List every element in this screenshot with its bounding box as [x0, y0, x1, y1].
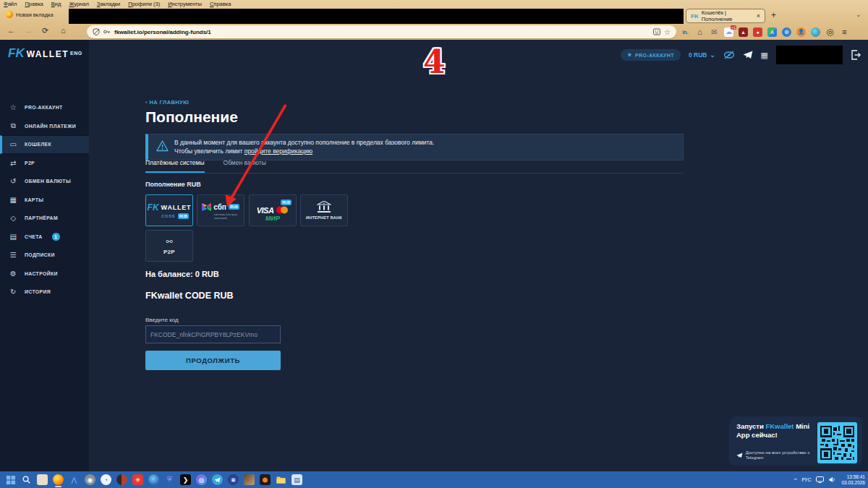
shield-permissions-icon[interactable] [93, 28, 100, 35]
code-input[interactable] [145, 325, 281, 343]
menu-tools[interactable]: Инструменты [168, 1, 202, 7]
balance-dropdown[interactable]: 0 RUB ⌄ [689, 51, 715, 59]
accounts-count-badge: 1 [52, 233, 60, 241]
terminal-icon[interactable]: ❯ [180, 474, 191, 485]
app-purple-circle-icon[interactable]: ◍ [196, 474, 207, 485]
tab-payment-systems[interactable]: Платёжные системы [145, 159, 205, 173]
menu-view[interactable]: Вид [51, 1, 61, 7]
card-internet-bank[interactable]: ИНТЕРНЕТ БАНК [300, 194, 348, 226]
clock[interactable]: 13:58:41 03.03.2026 [841, 474, 865, 485]
menu-help[interactable]: Справка [210, 1, 231, 7]
language-switcher[interactable]: ENG [70, 51, 82, 56]
linkedin-extension-icon[interactable]: in. [681, 27, 690, 37]
tray-date: 03.03.2026 [841, 480, 865, 486]
qr-code-icon[interactable]: ▦ [761, 51, 768, 60]
edge-swirl-extension-icon[interactable] [811, 27, 820, 37]
logout-icon[interactable] [851, 50, 861, 60]
clipboard-app-icon[interactable]: ▤ [292, 474, 302, 485]
bookmark-star-icon[interactable]: ☆ [664, 28, 671, 36]
back-button[interactable]: ← [7, 26, 15, 35]
reader-mode-icon[interactable] [653, 28, 660, 35]
translate-extension-icon[interactable]: A [767, 27, 777, 37]
sidebar-item-settings[interactable]: ⚙ НАСТРОЙКИ [0, 265, 89, 283]
app-wings-icon[interactable]: ⋀ [69, 474, 80, 485]
verification-link[interactable]: пройдите верификацию [244, 147, 312, 155]
app-sphere-icon[interactable] [148, 474, 159, 485]
key-icon[interactable] [103, 28, 111, 35]
chevron-left-icon: ‹ [145, 99, 148, 106]
redacted-username [776, 46, 843, 64]
telegram-taskbar-icon[interactable] [212, 474, 223, 485]
folder-icon[interactable] [276, 474, 286, 485]
sidebar-item-wallet[interactable]: ▭ КОШЕЛЕК [0, 135, 89, 154]
app-red-square-icon[interactable]: ✳ [132, 474, 143, 485]
continue-button[interactable]: ПРОДОЛЖИТЬ [145, 351, 281, 370]
menu-profiles[interactable]: Профили (3) [128, 1, 160, 7]
mail-extension-icon[interactable]: ✉ [710, 27, 719, 37]
globe-extension-icon[interactable]: ◍ [782, 27, 791, 37]
display-icon[interactable] [816, 476, 824, 483]
card-visa-mir[interactable]: RUB VISA МИР [249, 194, 297, 226]
sidebar-item-partners[interactable]: ◇ ПАРТНЁРАМ [0, 209, 89, 228]
sidebar-item-history[interactable]: ↻ ИСТОРИЯ [0, 283, 89, 301]
tray-chevron-up-icon[interactable]: ^ [794, 476, 797, 483]
tab-currency-exchange[interactable]: Обмен валюты [224, 159, 266, 173]
home-button[interactable]: ⌂ [61, 26, 66, 35]
card-p2p[interactable]: ⚯ P2P [145, 230, 193, 262]
menu-file[interactable]: Файл [4, 1, 17, 7]
rub-badge: RUB [229, 204, 239, 210]
app-blue-ring-icon[interactable]: ◔ [101, 474, 111, 485]
sidebar-item-cards[interactable]: ▦ КАРТЫ [0, 191, 89, 210]
telegram-icon[interactable] [743, 51, 753, 59]
file-manager-icon[interactable] [37, 474, 48, 485]
red-circle-extension-icon[interactable]: ● [753, 27, 762, 37]
sidebar-item-p2p[interactable]: ⇄ P2P [0, 154, 89, 173]
logo-fk: FK [8, 46, 25, 61]
app-m-circle-icon[interactable]: ▣ [228, 474, 239, 485]
app-half-circle-icon[interactable] [116, 474, 127, 485]
back-to-main-link[interactable]: ‹ НА ГЛАВНУЮ [145, 99, 189, 106]
sidebar-item-online-payments[interactable]: ⧉ ОНЛАЙН ПЛАТЕЖИ [0, 117, 89, 136]
forward-button[interactable]: → [25, 26, 33, 35]
app-shield-grid-icon[interactable]: ⛨ [164, 474, 175, 485]
tab-new-tab[interactable]: Новая вкладка [6, 11, 54, 18]
app-orange-shield-icon[interactable]: ⬢ [260, 474, 271, 485]
sidebar-item-subscriptions[interactable]: ☰ ПОДПИСКИ [0, 246, 89, 265]
shield-extension-icon[interactable]: ▲ [739, 27, 748, 37]
menu-history[interactable]: Журнал [69, 1, 88, 7]
new-tab-button[interactable]: + [771, 10, 776, 20]
account-icon[interactable]: ◎ [825, 27, 835, 37]
sidebar-item-accounts[interactable]: ▤ СЧЕТА 1 [0, 228, 89, 247]
home-extension-icon[interactable]: ⌂ [695, 27, 705, 37]
firefox-icon[interactable] [53, 474, 64, 485]
gear-icon: ⚙ [9, 270, 18, 278]
card-fkwallet-code[interactable]: FK WALLET CODE RUB [145, 194, 193, 226]
url-bar[interactable]: fkwallet.io/personal/adding-funds/1 ☆ [87, 25, 676, 38]
search-icon[interactable] [21, 474, 32, 485]
list-tabs-chevron-icon[interactable]: ⌄ [856, 11, 861, 18]
hide-balance-eye-icon[interactable] [723, 51, 735, 59]
card-sbp[interactable]: сбп RUB система быстрых платежей [197, 194, 244, 226]
weather-extension-icon[interactable]: ☁+1 [724, 27, 733, 37]
reload-button[interactable]: ⟳ [42, 26, 48, 35]
menu-bookmarks[interactable]: Закладки [97, 1, 120, 7]
pro-account-badge[interactable]: ★ PRO-АККАУНТ [621, 49, 681, 61]
sidebar-label: ИСТОРИЯ [25, 289, 51, 294]
sidebar-item-pro-account[interactable]: ☆ PRO-АККАУНТ [0, 98, 89, 117]
person-extension-icon[interactable]: 👤 [796, 27, 806, 37]
keyboard-language-indicator[interactable]: РУС [801, 477, 811, 482]
user-photo-icon[interactable] [244, 474, 255, 485]
fkwallet-logo[interactable]: FK WALLET [8, 46, 69, 61]
tab-close-icon[interactable]: × [757, 12, 760, 20]
speaker-icon[interactable] [829, 476, 836, 483]
hamburger-menu-icon[interactable]: ≡ [840, 27, 849, 37]
menu-edit[interactable]: Правка [25, 1, 43, 7]
start-button[interactable] [5, 474, 16, 485]
telegram-mini-app-promo[interactable]: Запусти FKwallet Mini App сейчас! Доступ… [729, 416, 862, 466]
section-label: Пополнение RUB [145, 181, 201, 188]
sidebar-item-currency-exchange[interactable]: ↺ ОБМЕН ВАЛЮТЫ [0, 172, 89, 191]
tab-wallet-active[interactable]: FK Кошелёк | Пополнение × [686, 9, 765, 23]
warning-triangle-icon [156, 140, 169, 152]
app-camera-icon[interactable]: ◉ [85, 474, 95, 485]
promo-brand: FKwallet [765, 422, 793, 430]
